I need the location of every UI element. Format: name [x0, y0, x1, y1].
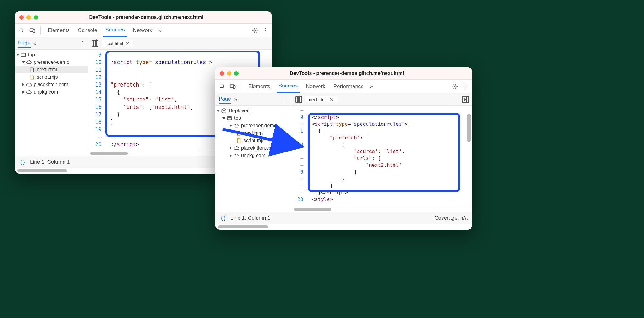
page-tab[interactable]: Page: [219, 96, 231, 104]
main-toolbar: Elements Sources Network Performance » ⋮: [215, 80, 472, 93]
svg-rect-17: [234, 85, 235, 88]
show-navigator-icon[interactable]: [92, 40, 98, 47]
tab-elements[interactable]: Elements: [46, 24, 72, 37]
device-icon[interactable]: [230, 83, 236, 90]
show-navigator-icon[interactable]: [295, 96, 302, 103]
line-gutter: 910111213141516171819–20: [88, 51, 104, 149]
svg-line-9: [256, 32, 257, 32]
cloud-icon: [234, 153, 239, 158]
page-tab[interactable]: Page: [18, 40, 31, 48]
minimize-dot[interactable]: [227, 71, 231, 76]
window-icon: [21, 52, 26, 58]
menu-icon[interactable]: ⋮: [463, 83, 468, 90]
svg-point-3: [254, 30, 255, 31]
tab-performance[interactable]: Performance: [332, 80, 366, 93]
svg-line-10: [253, 32, 253, 32]
tree-label: prerender-demo: [34, 59, 69, 65]
tree-label: top: [234, 115, 241, 121]
file-tab[interactable]: next.html ✕: [102, 40, 133, 46]
inspect-icon[interactable]: [19, 27, 25, 34]
tab-network[interactable]: Network: [131, 24, 154, 37]
cloud-icon: [234, 145, 239, 151]
code-panel: –9–1–3–––6–––20 </script> <script type="…: [292, 106, 472, 212]
svg-line-11: [256, 28, 257, 29]
tab-network[interactable]: Network: [304, 80, 327, 93]
tree-file-mjs[interactable]: script.mjs: [215, 137, 292, 144]
tree-domain[interactable]: prerender-demo: [15, 58, 88, 66]
zoom-dot[interactable]: [34, 15, 38, 20]
chevron-down-icon: [222, 117, 225, 119]
chevron-right-icon: [22, 83, 24, 86]
settings-icon[interactable]: [252, 27, 258, 34]
close-icon[interactable]: ✕: [125, 40, 130, 46]
svg-line-25: [453, 88, 454, 88]
pretty-print-icon[interactable]: {}: [220, 215, 226, 221]
close-dot[interactable]: [19, 15, 24, 20]
window-title: DevTools - prerender-demos.glitch.me/nex…: [41, 15, 267, 20]
cloud-icon: [26, 89, 32, 95]
device-icon[interactable]: [29, 27, 36, 34]
file-tree: Deployed top prerender-demo next.html sc…: [215, 106, 292, 212]
tree-top[interactable]: top: [15, 51, 88, 58]
window-icon: [227, 115, 232, 121]
zoom-dot[interactable]: [234, 71, 239, 76]
page-menu-icon[interactable]: ⋮: [283, 96, 289, 103]
close-icon[interactable]: ✕: [329, 96, 333, 102]
page-more-icon[interactable]: »: [34, 40, 37, 47]
tree-label: placekitten.com: [34, 82, 68, 87]
code-viewport[interactable]: –9–1–3–––6–––20 </script> <script type="…: [292, 106, 472, 207]
inspect-icon[interactable]: [219, 83, 225, 90]
minimize-dot[interactable]: [26, 15, 31, 20]
tab-sources[interactable]: Sources: [277, 80, 300, 93]
tree-placekitten[interactable]: placekitten.com: [15, 81, 88, 88]
toggle-panel-icon[interactable]: [462, 96, 469, 103]
status-bar: {} Line 1, Column 1 Coverage: n/a: [215, 212, 472, 224]
titlebar: DevTools - prerender-demos.glitch.me/nex…: [215, 67, 472, 80]
tree-label: prerender-demo: [241, 123, 277, 129]
page-menu-icon[interactable]: ⋮: [79, 40, 85, 47]
menu-icon[interactable]: ⋮: [262, 27, 268, 34]
tree-placekitten[interactable]: placekitten.com: [215, 144, 292, 152]
window-title: DevTools - prerender-demos.glitch.me/nex…: [242, 71, 468, 76]
tree-label: placekitten.com: [241, 145, 276, 151]
traffic-lights: [19, 15, 38, 20]
main-toolbar: Elements Console Sources Network » ⋮: [15, 24, 272, 37]
devtools-window-b: DevTools - prerender-demos.glitch.me/nex…: [215, 67, 472, 230]
more-tabs-icon[interactable]: »: [159, 27, 162, 34]
tab-sources[interactable]: Sources: [103, 24, 126, 37]
cloud-icon: [26, 59, 32, 65]
chevron-down-icon: [16, 54, 19, 56]
svg-point-18: [454, 86, 456, 87]
tree-file-html[interactable]: next.html: [215, 129, 292, 137]
chevron-down-icon: [229, 125, 232, 127]
line-gutter: –9–1–3–––6–––20: [292, 107, 306, 205]
svg-line-26: [457, 84, 457, 85]
tree-unpkg[interactable]: unpkg.com: [215, 152, 292, 159]
close-dot[interactable]: [220, 71, 224, 76]
tree-deployed[interactable]: Deployed: [215, 107, 292, 115]
page-pane-header: Page » ⋮: [15, 37, 88, 49]
more-tabs-icon[interactable]: »: [370, 83, 373, 90]
chevron-right-icon: [22, 91, 24, 94]
editor-hscroll[interactable]: [292, 207, 472, 212]
coverage-label[interactable]: Coverage: n/a: [434, 215, 468, 221]
window-hscroll[interactable]: [215, 224, 472, 230]
page-more-icon[interactable]: »: [234, 96, 237, 103]
tab-console[interactable]: Console: [76, 24, 99, 37]
code-text: </script> <script type="speculationrules…: [306, 107, 472, 205]
tree-file-html[interactable]: next.html: [15, 66, 88, 73]
chevron-down-icon: [22, 61, 25, 63]
file-icon: [236, 138, 242, 143]
tree-top[interactable]: top: [215, 115, 292, 122]
tree-domain[interactable]: prerender-demo: [215, 122, 292, 129]
tree-file-mjs[interactable]: script.mjs: [15, 73, 88, 81]
cursor-position: Line 1, Column 1: [30, 159, 70, 165]
file-tab[interactable]: next.html ✕: [305, 96, 337, 102]
svg-text:{}: {}: [20, 159, 26, 165]
window-vscroll[interactable]: [467, 111, 471, 211]
tree-unpkg[interactable]: unpkg.com: [15, 88, 88, 96]
svg-text:{}: {}: [220, 215, 226, 221]
tab-elements[interactable]: Elements: [246, 80, 272, 93]
pretty-print-icon[interactable]: {}: [19, 159, 26, 165]
settings-icon[interactable]: [452, 83, 458, 90]
